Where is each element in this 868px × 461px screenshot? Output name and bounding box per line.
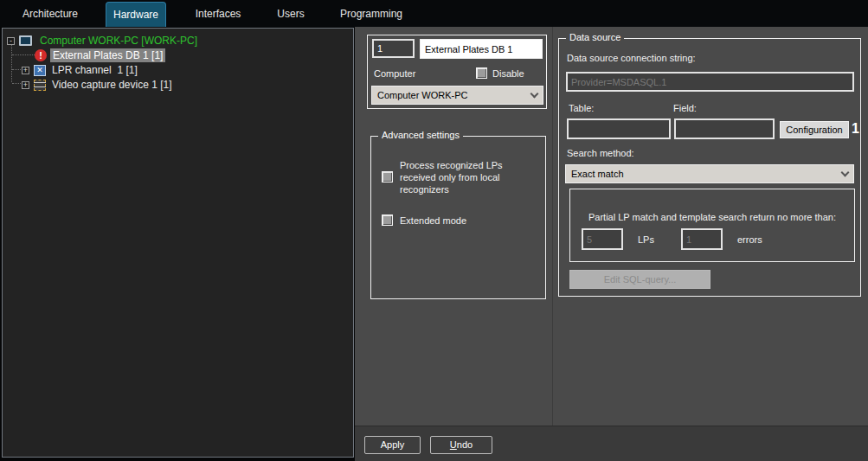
lps-label: LPs bbox=[638, 234, 654, 245]
tree-node-video-capture[interactable]: + Video capture device 1 [1] bbox=[22, 78, 175, 92]
connection-string-input[interactable] bbox=[566, 72, 854, 92]
undo-initial: U bbox=[450, 439, 457, 450]
tab-users[interactable]: Users bbox=[271, 0, 311, 27]
extended-mode-checkbox[interactable] bbox=[382, 214, 393, 226]
tree-connector bbox=[12, 83, 21, 84]
device-name-input[interactable] bbox=[420, 39, 543, 59]
device-tree-panel: - Computer WORK-PC [WORK-PC] ! External … bbox=[2, 28, 354, 458]
tab-interfaces[interactable]: Interfaces bbox=[190, 0, 246, 27]
alert-icon: ! bbox=[35, 49, 47, 61]
tree-connector bbox=[11, 42, 12, 82]
computer-select-value: Computer WORK-PC bbox=[377, 90, 531, 100]
apply-button[interactable]: Apply bbox=[364, 436, 421, 454]
collapse-toggle-icon[interactable]: - bbox=[7, 37, 15, 45]
tab-label: Architecture bbox=[23, 8, 78, 20]
edit-sql-query-button[interactable]: Edit SQL-query... bbox=[569, 270, 710, 289]
errors-limit-input[interactable] bbox=[681, 228, 723, 250]
lps-limit-input[interactable] bbox=[582, 228, 623, 250]
table-input[interactable] bbox=[567, 118, 671, 139]
tree-node-label: External Plates DB 1 [1] bbox=[50, 48, 165, 62]
tree-node-computer[interactable]: - Computer WORK-PC [WORK-PC] bbox=[7, 34, 200, 48]
computer-icon bbox=[19, 35, 32, 46]
general-settings-box: Computer Disable Computer WORK-PC bbox=[367, 35, 547, 109]
field-label: Field: bbox=[673, 103, 697, 113]
expand-toggle-icon[interactable]: + bbox=[22, 81, 29, 89]
partial-match-text: Partial LP match and template search ret… bbox=[588, 212, 836, 222]
lpr-channel-icon: ✕ bbox=[34, 65, 46, 76]
video-capture-icon bbox=[34, 80, 46, 91]
panel-divider bbox=[552, 27, 553, 427]
data-source-group: Data source Data source connection strin… bbox=[558, 38, 861, 297]
connection-string-label: Data source connection string: bbox=[567, 53, 696, 63]
tab-architecture[interactable]: Architecture bbox=[17, 0, 83, 27]
tab-label: Interfaces bbox=[196, 8, 241, 20]
errors-label: errors bbox=[737, 234, 762, 245]
tab-label: Hardware bbox=[113, 9, 158, 21]
disable-checkbox-label: Disable bbox=[492, 67, 524, 80]
process-local-lps-label: Process recognized LPs received only fro… bbox=[400, 159, 530, 195]
tab-label: Users bbox=[277, 8, 304, 20]
disable-checkbox[interactable] bbox=[476, 67, 487, 79]
tree-connector bbox=[12, 69, 21, 70]
computer-label: Computer bbox=[374, 68, 415, 79]
tab-bar: Architecture Hardware Interfaces Users P… bbox=[0, 0, 868, 27]
partial-match-box: Partial LP match and template search ret… bbox=[569, 189, 855, 262]
search-method-select[interactable]: Exact match bbox=[565, 164, 854, 183]
search-method-label: Search method: bbox=[567, 148, 634, 158]
undo-button[interactable]: Undo bbox=[430, 436, 492, 454]
tree-node-label: LPR channel 1 [1] bbox=[49, 63, 140, 77]
footer-bar: Apply Undo bbox=[355, 426, 868, 461]
chevron-down-icon bbox=[530, 89, 539, 98]
extended-mode-label: Extended mode bbox=[400, 214, 466, 227]
field-input[interactable] bbox=[674, 118, 775, 139]
advanced-settings-title: Advanced settings bbox=[378, 130, 463, 140]
data-source-title: Data source bbox=[566, 32, 624, 42]
table-label: Table: bbox=[569, 103, 594, 113]
tree-node-lpr-channel[interactable]: + ✕ LPR channel 1 [1] bbox=[22, 63, 140, 77]
tree-node-external-plates-db[interactable]: ! External Plates DB 1 [1] bbox=[35, 48, 165, 62]
expand-toggle-icon[interactable]: + bbox=[22, 67, 29, 74]
search-method-value: Exact match bbox=[571, 169, 842, 179]
chevron-down-icon bbox=[841, 168, 850, 176]
tree-node-label: Computer WORK-PC [WORK-PC] bbox=[37, 34, 200, 48]
configuration-button[interactable]: Configuration bbox=[780, 121, 849, 138]
computer-select[interactable]: Computer WORK-PC bbox=[371, 86, 543, 105]
settings-panel: Computer Disable Computer WORK-PC Advanc… bbox=[355, 27, 868, 461]
tab-programming[interactable]: Programming bbox=[339, 0, 403, 27]
advanced-settings-group: Advanced settings Process recognized LPs… bbox=[370, 136, 546, 299]
process-local-lps-checkbox[interactable] bbox=[382, 171, 393, 182]
app-window: Architecture Hardware Interfaces Users P… bbox=[0, 0, 868, 461]
callout-1: 1 bbox=[852, 121, 859, 137]
device-id-input[interactable] bbox=[372, 39, 415, 58]
undo-rest: ndo bbox=[457, 439, 473, 450]
tab-label: Programming bbox=[340, 8, 402, 20]
tree-node-label: Video capture device 1 [1] bbox=[49, 78, 175, 92]
tree-connector bbox=[12, 54, 35, 55]
tab-hardware[interactable]: Hardware bbox=[106, 2, 166, 27]
